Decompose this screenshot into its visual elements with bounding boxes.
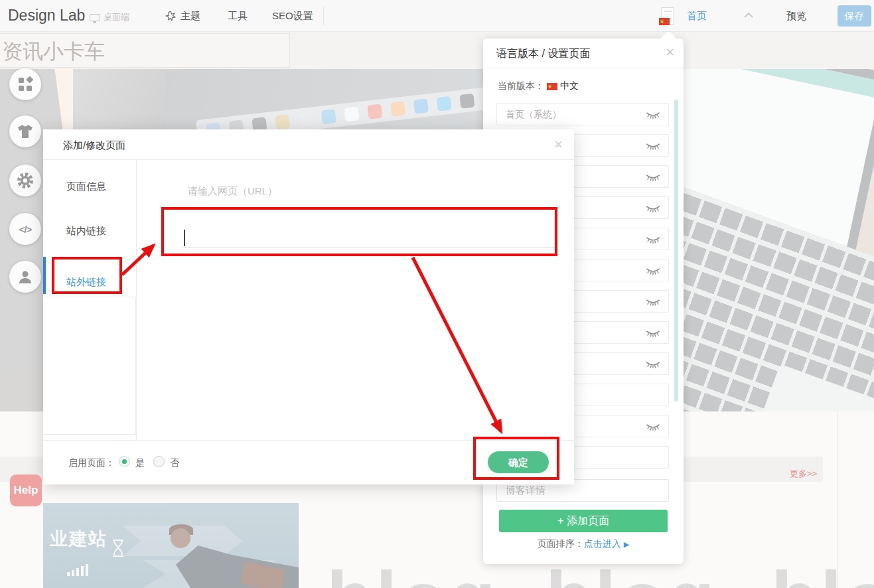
chevron-up-icon[interactable] — [743, 12, 754, 19]
add-page-button[interactable]: + 添加页面 — [499, 510, 668, 532]
page-list-item[interactable]: 首页（系统） — [496, 103, 669, 125]
close-icon[interactable]: × — [554, 136, 563, 153]
rail-components-button[interactable] — [9, 68, 41, 100]
eye-closed-icon[interactable] — [646, 267, 660, 275]
page-sort-row: 页面排序：点击进入 ▶ — [483, 538, 684, 550]
page-item-label: 首页（系统） — [497, 104, 668, 125]
page-title-strip — [0, 32, 874, 69]
radio-yes[interactable] — [119, 456, 130, 467]
help-button[interactable]: Help — [10, 475, 42, 506]
eye-closed-icon[interactable] — [646, 298, 660, 307]
divider — [136, 159, 137, 440]
panel-scrollbar[interactable] — [674, 100, 678, 402]
divider — [43, 159, 574, 160]
sort-enter-link[interactable]: 点击进入 — [584, 538, 621, 549]
theme-icon — [165, 11, 177, 23]
tab-internal-link[interactable]: 站内链接 — [66, 225, 106, 238]
device-mode-label: 桌面端 — [104, 11, 129, 23]
url-input-placeholder: 请输入网页（URL） — [188, 185, 277, 198]
add-modify-page-modal: 添加/修改页面 × 页面信息 站内链接 站外链接 请输入网页（URL） 启用页面… — [43, 129, 574, 484]
play-arrow-icon: ▶ — [624, 540, 629, 548]
eye-closed-icon[interactable] — [646, 111, 660, 119]
text-cursor — [184, 230, 185, 246]
device-mode-switch[interactable]: 桌面端 — [90, 11, 129, 23]
tab-page-info[interactable]: 页面信息 — [66, 181, 106, 193]
radio-no[interactable] — [153, 456, 165, 467]
top-toolbar: Design Lab 桌面端 主题 工具 SEO设置 ★ 首页 预览 保存 — [0, 0, 874, 32]
modal-title: 添加/修改页面 — [63, 139, 125, 152]
nav-theme-label: 主题 — [181, 10, 200, 23]
tshirt-icon — [17, 123, 34, 139]
eye-closed-icon[interactable] — [646, 360, 660, 369]
white-overlay — [43, 503, 299, 588]
current-version-label: 当前版本： — [498, 80, 544, 92]
toolbar-divider — [323, 7, 324, 25]
divider — [43, 440, 574, 441]
gear-icon — [16, 171, 35, 190]
confirm-button[interactable]: 确定 — [488, 451, 549, 473]
blog-watermark: blog — [771, 561, 874, 588]
preview-button[interactable]: 预览 — [786, 10, 806, 23]
divider — [483, 68, 684, 68]
code-icon: </> — [19, 224, 32, 235]
nav-theme[interactable]: 主题 — [165, 10, 200, 23]
eye-closed-icon[interactable] — [646, 423, 660, 431]
user-icon — [17, 269, 33, 285]
rail-theme-button[interactable] — [9, 115, 41, 147]
app-window: 更多>> 业建站 blog blog blog 资讯小卡车 Design Lab… — [0, 0, 874, 588]
save-button[interactable]: 保存 — [838, 5, 871, 27]
app-logo: Design Lab — [8, 7, 85, 25]
blocks-icon — [17, 76, 33, 92]
tab-column-box — [44, 297, 136, 435]
panel-title: 语言版本 / 设置页面 — [496, 47, 590, 61]
rail-account-button[interactable] — [9, 261, 41, 293]
current-page-menu[interactable]: 首页 — [687, 10, 707, 23]
sort-label: 页面排序： — [538, 538, 584, 549]
eye-closed-icon[interactable] — [646, 236, 660, 244]
close-icon[interactable]: × — [666, 44, 674, 61]
rail-settings-button[interactable] — [9, 165, 41, 196]
active-tab-indicator — [43, 257, 46, 294]
china-flag-icon: ★ — [547, 83, 557, 90]
url-input[interactable] — [182, 248, 555, 248]
eye-closed-icon[interactable] — [646, 173, 660, 182]
enable-page-label: 启用页面： — [68, 457, 115, 469]
blog-watermark: blog — [327, 561, 498, 588]
rail-code-button[interactable]: </> — [9, 213, 41, 245]
language-flag-icon: ★ — [659, 18, 670, 25]
eye-closed-icon[interactable] — [646, 204, 660, 213]
current-version-row: 当前版本： ★ 中文 — [498, 80, 579, 92]
current-version-value: 中文 — [560, 80, 579, 92]
tab-external-link[interactable]: 站外链接 — [66, 276, 106, 289]
monitor-icon — [90, 14, 100, 21]
eye-closed-icon[interactable] — [646, 329, 660, 338]
more-link[interactable]: 更多>> — [790, 468, 817, 480]
promo-card-image: 业建站 — [43, 503, 299, 588]
radio-yes-label[interactable]: 是 — [135, 457, 145, 469]
site-title-text: 资讯小卡车 — [2, 38, 105, 66]
eye-closed-icon[interactable] — [646, 142, 660, 151]
nav-seo[interactable]: SEO设置 — [272, 10, 313, 23]
radio-no-label[interactable]: 否 — [170, 457, 179, 469]
blog-watermark: blog — [546, 561, 717, 588]
nav-tools[interactable]: 工具 — [228, 10, 248, 23]
